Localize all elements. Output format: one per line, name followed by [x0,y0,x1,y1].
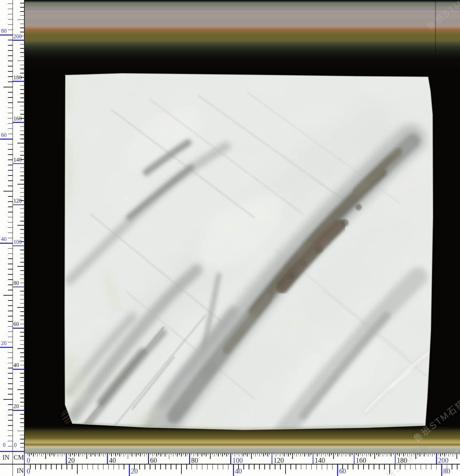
svg-text:80: 80 [14,280,19,286]
svg-text:180: 180 [14,75,22,80]
svg-text:40: 40 [109,457,116,464]
svg-text:0: 0 [14,442,17,448]
svg-text:0: 0 [27,457,30,464]
svg-text:60: 60 [339,467,346,475]
svg-text:IN: IN [2,454,9,461]
svg-text:40: 40 [1,236,7,242]
svg-text:140: 140 [14,157,22,163]
svg-text:20: 20 [14,403,19,409]
svg-text:IN: IN [17,467,24,474]
svg-text:100: 100 [14,239,22,245]
svg-text:60: 60 [150,457,157,464]
svg-text:140: 140 [314,457,325,464]
svg-text:60: 60 [1,132,7,138]
ruler-frame-lines [0,0,460,476]
svg-text:20: 20 [68,457,75,464]
svg-text:40: 40 [235,467,242,475]
svg-text:100: 100 [232,457,243,464]
svg-text:80: 80 [1,28,7,34]
svg-text:20: 20 [1,340,7,346]
svg-text:60: 60 [14,321,19,327]
rulers-overlay: 0204060800204060801001201401601802000204… [0,0,460,476]
svg-text:80: 80 [191,457,198,464]
svg-text:CM: CM [14,454,24,461]
svg-text:200: 200 [14,33,22,39]
svg-text:200: 200 [438,457,449,464]
svg-text:120: 120 [273,457,284,464]
svg-text:160: 160 [14,116,22,122]
svg-text:120: 120 [14,198,22,204]
svg-text:160: 160 [356,457,366,464]
svg-text:0: 0 [3,442,6,448]
svg-text:180: 180 [397,457,407,464]
svg-text:80: 80 [443,467,450,475]
ruler-backgrounds [0,0,460,476]
svg-text:20: 20 [131,467,138,475]
slab-scan-page: 0204060800204060801001201401601802000204… [0,0,460,476]
svg-text:0: 0 [27,467,30,475]
svg-text:40: 40 [14,362,19,368]
